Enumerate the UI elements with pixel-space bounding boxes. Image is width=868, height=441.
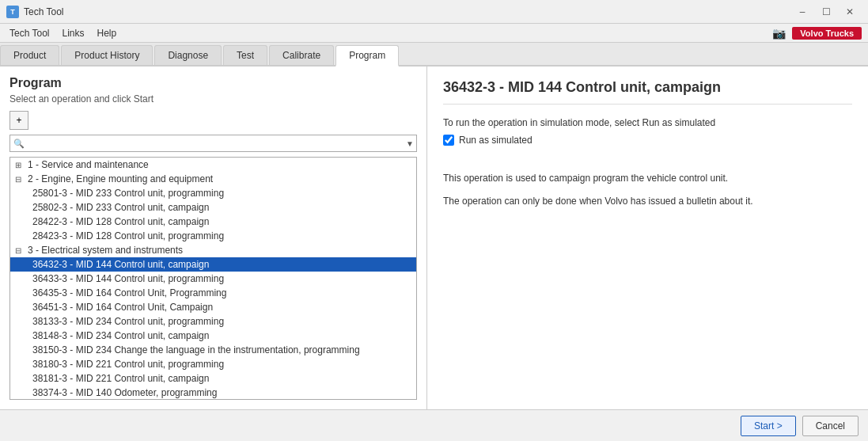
close-button[interactable]: ✕	[838, 0, 862, 24]
menu-bar: Tech Tool Links Help 📷 Volvo Trucks	[0, 24, 868, 43]
simulation-text: To run the operation in simulation mode,…	[443, 117, 852, 128]
tree-item-label: 38150-3 - MID 234 Change the language in…	[32, 344, 360, 355]
tree-item-label: 28423-3 - MID 128 Control unit, programm…	[32, 230, 224, 241]
tab-product-history[interactable]: Product History	[61, 45, 153, 65]
tab-calibrate[interactable]: Calibrate	[269, 45, 334, 65]
tree-item[interactable]: 28423-3 - MID 128 Control unit, programm…	[10, 229, 416, 243]
tree-item-label: 28422-3 - MID 128 Control unit, campaign	[32, 216, 209, 227]
tree-item-label: 36451-3 - MID 164 Control Unit, Campaign	[32, 302, 213, 313]
window-controls: – ☐ ✕	[790, 0, 862, 24]
search-input[interactable]	[9, 135, 417, 152]
minimize-button[interactable]: –	[790, 0, 814, 24]
volvo-badge: Volvo Trucks	[792, 27, 862, 40]
panel-subtitle: Select an operation and click Start	[9, 93, 417, 105]
tree-item-label: 36432-3 - MID 144 Control unit, campaign	[32, 259, 209, 270]
tree-item-label: 38133-3 - MID 234 Control unit, programm…	[32, 316, 224, 327]
app-icon: T	[6, 6, 19, 18]
run-as-simulated-checkbox[interactable]	[443, 135, 454, 146]
detail-title: 36432-3 - MID 144 Control unit, campaign	[443, 79, 852, 105]
tab-test[interactable]: Test	[223, 45, 267, 65]
tab-program[interactable]: Program	[335, 45, 399, 67]
tree-item[interactable]: 36435-3 - MID 164 Control Unit, Programm…	[10, 286, 416, 300]
tab-product[interactable]: Product	[0, 45, 59, 65]
menu-links[interactable]: Links	[55, 26, 90, 40]
right-panel: 36432-3 - MID 144 Control unit, campaign…	[427, 67, 868, 409]
description-2: The operation can only be done when Volv…	[443, 194, 852, 209]
tree-item-label: 3 - Electrical system and instruments	[28, 245, 183, 256]
description-1: This operation is used to campaign progr…	[443, 171, 852, 186]
tree-item-label: 38181-3 - MID 221 Control unit, campaign	[32, 373, 209, 384]
tree-toggle-icon: ⊞	[15, 161, 25, 169]
tree-item-label: 2 - Engine, Engine mounting and equipmen…	[28, 173, 213, 184]
tree-item[interactable]: 25801-3 - MID 233 Control unit, programm…	[10, 186, 416, 200]
start-button[interactable]: Start >	[741, 416, 796, 436]
run-as-simulated-label: Run as simulated	[459, 135, 533, 146]
detail-body: This operation is used to campaign progr…	[443, 171, 852, 217]
tree-item[interactable]: 38374-3 - MID 140 Odometer, programming	[10, 386, 416, 400]
tree-item[interactable]: 36433-3 - MID 144 Control unit, programm…	[10, 272, 416, 286]
tree-toggle-icon: ⊟	[15, 246, 25, 255]
bottom-bar: Start > Cancel	[0, 409, 868, 441]
tree-item[interactable]: 38148-3 - MID 234 Control unit, campaign	[10, 329, 416, 343]
tree-item[interactable]: 38180-3 - MID 221 Control unit, programm…	[10, 357, 416, 371]
tree-item-label: 38374-3 - MID 140 Odometer, programming	[32, 387, 217, 398]
tree-item[interactable]: ⊟3 - Electrical system and instruments	[10, 243, 416, 257]
tree-item[interactable]: 38133-3 - MID 234 Control unit, programm…	[10, 314, 416, 329]
tree-item[interactable]: 38150-3 - MID 234 Change the language in…	[10, 343, 416, 357]
tab-diagnose[interactable]: Diagnose	[154, 45, 222, 65]
panel-title: Program	[9, 76, 417, 90]
window-title: Tech Tool	[24, 6, 63, 17]
tree-container[interactable]: ⊞1 - Service and maintenance⊟2 - Engine,…	[9, 157, 417, 400]
tree-item[interactable]: 38181-3 - MID 221 Control unit, campaign	[10, 371, 416, 386]
tree-item[interactable]: 36432-3 - MID 144 Control unit, campaign	[10, 257, 416, 272]
tree-item-label: 1 - Service and maintenance	[28, 159, 149, 170]
remote-icon: 📷	[772, 27, 786, 40]
title-bar: T Tech Tool – ☐ ✕	[0, 0, 868, 24]
tree-item[interactable]: 25802-3 - MID 233 Control unit, campaign	[10, 200, 416, 215]
main-content: Program Select an operation and click St…	[0, 67, 868, 409]
add-button[interactable]: +	[9, 111, 28, 130]
tree-toggle-icon: ⊟	[15, 175, 25, 184]
menu-help[interactable]: Help	[91, 26, 123, 40]
maximize-button[interactable]: ☐	[814, 0, 838, 24]
tree-item-label: 36433-3 - MID 144 Control unit, programm…	[32, 273, 224, 284]
tree-item-label: 38180-3 - MID 221 Control unit, programm…	[32, 359, 224, 370]
tree-item-label: 36435-3 - MID 164 Control Unit, Programm…	[32, 287, 226, 298]
left-panel: Program Select an operation and click St…	[0, 67, 427, 409]
tree-item[interactable]: 36451-3 - MID 164 Control Unit, Campaign	[10, 300, 416, 314]
tree-item-label: 25801-3 - MID 233 Control unit, programm…	[32, 188, 224, 199]
cancel-button[interactable]: Cancel	[802, 416, 859, 436]
tree-item[interactable]: ⊟2 - Engine, Engine mounting and equipme…	[10, 172, 416, 186]
menu-techtool[interactable]: Tech Tool	[3, 26, 55, 40]
nav-tabs: Product Product History Diagnose Test Ca…	[0, 43, 868, 67]
tree-item-label: 38148-3 - MID 234 Control unit, campaign	[32, 330, 209, 341]
tree-item[interactable]: 28422-3 - MID 128 Control unit, campaign	[10, 215, 416, 229]
tree-item-label: 25802-3 - MID 233 Control unit, campaign	[32, 202, 209, 213]
tree-item[interactable]: ⊞1 - Service and maintenance	[10, 158, 416, 172]
